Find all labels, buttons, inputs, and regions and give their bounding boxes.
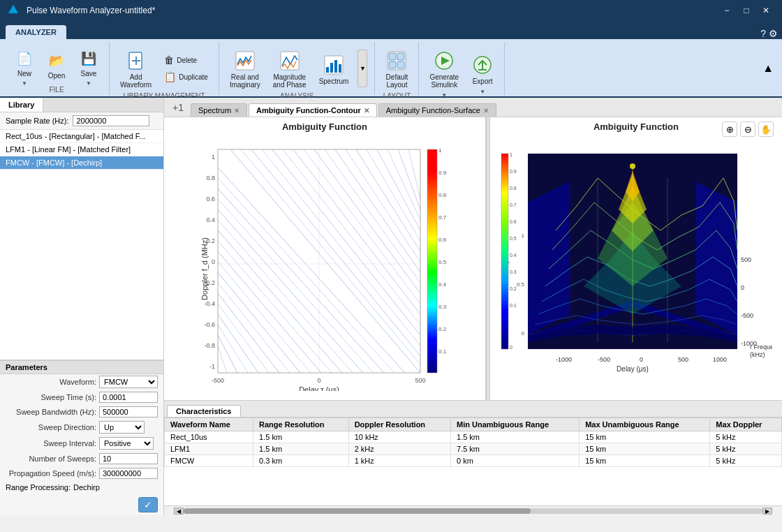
svg-text:0.4: 0.4 <box>510 253 517 258</box>
waveform-item-lfm1[interactable]: LFM1 - [Linear FM] - [Matched Filter] <box>0 143 163 156</box>
real-imaginary-button[interactable]: Real andImaginary <box>225 45 265 92</box>
pan-button[interactable]: ✋ <box>758 121 774 137</box>
prop-speed-input[interactable] <box>99 468 158 479</box>
cell-max-range-1: 15 km <box>580 443 710 455</box>
horizontal-scrollbar[interactable]: ◀ ▶ <box>164 505 782 515</box>
param-waveform: Waveform: FMCW Rectangular Linear FM <box>0 374 163 390</box>
cell-max-range-0: 15 km <box>580 431 710 443</box>
default-layout-button[interactable]: DefaultLayout <box>381 45 413 92</box>
cell-range-res-0: 1.5 km <box>253 431 349 443</box>
save-button[interactable]: 💾 Save <box>74 45 103 81</box>
svg-text:0.9: 0.9 <box>510 169 517 174</box>
close-button[interactable]: ✕ <box>757 3 775 17</box>
sample-rate-input[interactable] <box>73 115 149 126</box>
svg-text:500: 500 <box>678 356 688 363</box>
characteristics-table-container: Waveform Name Range Resolution Doppler R… <box>164 418 782 505</box>
chart-tab-spectrum[interactable]: Spectrum ✕ <box>191 103 247 117</box>
add-waveform-button[interactable]: AddWaveform <box>115 45 156 92</box>
generate-simulink-icon <box>433 48 455 73</box>
apply-button[interactable]: ✓ <box>138 497 158 512</box>
svg-text:0.2: 0.2 <box>438 326 447 332</box>
waveform-item-rect[interactable]: Rect_10us - [Rectangular] - [Matched F..… <box>0 130 163 143</box>
cell-max-doppler-0: 5 kHz <box>710 431 782 443</box>
window-controls: − □ ✕ <box>718 3 775 17</box>
file-buttons: 📄 New ▼ 📂 Open 💾 Save ▼ <box>10 42 103 86</box>
scroll-left-button[interactable]: ◀ <box>174 508 184 515</box>
svg-text:0.6: 0.6 <box>438 237 447 243</box>
sweep-time-input[interactable] <box>99 392 158 403</box>
zoom-in-button[interactable]: ⊕ <box>722 121 737 137</box>
cell-doppler-res-2: 1 kHz <box>348 455 450 467</box>
analysis-more-button[interactable]: ▼ <box>357 50 367 87</box>
maximize-button[interactable]: □ <box>737 3 755 17</box>
settings-icon[interactable]: ⚙ <box>769 28 778 39</box>
range-processing-row: Range Processing: Dechirp <box>0 481 163 494</box>
characteristics-tab[interactable]: Characteristics <box>167 405 241 417</box>
magnitude-phase-button[interactable]: Magnitudeand Phase <box>268 45 311 92</box>
spectrum-button[interactable]: Spectrum <box>314 49 354 89</box>
num-sweeps-input[interactable] <box>99 453 158 464</box>
export-icon <box>471 52 494 77</box>
cell-max-doppler-1: 5 kHz <box>710 443 782 455</box>
export-button[interactable]: Export <box>466 49 499 89</box>
table-row: LFM1 1.5 km 2 kHz 7.5 km 15 km 5 kHz <box>165 443 782 455</box>
scroll-thumb[interactable] <box>184 508 531 514</box>
title-bar: Pulse Waveform Analyzer-untitled* − □ ✕ <box>0 0 782 21</box>
analyzer-tab[interactable]: ANALYZER <box>6 25 66 39</box>
param-sweep-time: Sweep Time (s): <box>0 390 163 405</box>
ambiguity-surface-tab-close-icon[interactable]: ✕ <box>483 107 489 114</box>
minimize-button[interactable]: − <box>718 3 736 17</box>
surface-chart-toolbar: ⊕ ⊖ ✋ <box>716 120 779 138</box>
generate-simulink-button[interactable]: GenerateSimulink <box>425 45 464 92</box>
library-tab[interactable]: Library <box>0 98 43 112</box>
lib-small-buttons: 🗑 Delete 📋 Duplicate <box>159 52 213 84</box>
characteristics-table: Waveform Name Range Resolution Doppler R… <box>164 418 782 467</box>
sweep-interval-select[interactable]: Positive Symmetric <box>99 437 154 450</box>
chart-tab-ambiguity-contour[interactable]: Ambiguity Function-Contour ✕ <box>249 103 377 117</box>
scroll-right-button[interactable]: ▶ <box>762 508 772 515</box>
left-panel: Library Sample Rate (Hz): Rect_10us - [R… <box>0 98 164 515</box>
ribbon-tab-bar: ANALYZER ? ⚙ <box>0 21 782 39</box>
collapse-ribbon-button[interactable]: ▲ <box>762 62 774 75</box>
charts-area: Ambiguity Function Doppler f_d (MHz) 1 0… <box>164 117 782 400</box>
analysis-more: ▼ <box>356 48 369 89</box>
table-row: FMCW 0.3 km 1 kHz 0 km 15 km 5 kHz <box>165 455 782 467</box>
svg-rect-10 <box>339 64 341 73</box>
ribbon-group-file: 📄 New ▼ 📂 Open 💾 Save ▼ <box>4 42 110 95</box>
delete-button[interactable]: 🗑 Delete <box>159 52 213 68</box>
waveform-select[interactable]: FMCW Rectangular Linear FM <box>99 376 158 388</box>
save-icon: 💾 <box>79 49 98 68</box>
open-button[interactable]: 📂 Open <box>42 47 71 83</box>
contour-chart-panel: Ambiguity Function Doppler f_d (MHz) 1 0… <box>164 117 486 400</box>
sweep-dir-select[interactable]: Up Down <box>99 421 145 434</box>
waveform-list: Rect_10us - [Rectangular] - [Matched F..… <box>0 130 163 360</box>
surface-chart-container: Amplitude 1 0.5 0 <box>490 133 782 400</box>
zoom-out-button[interactable]: ⊖ <box>740 121 755 137</box>
window-title: Pulse Waveform Analyzer-untitled* <box>27 6 718 15</box>
chart-tab-ambiguity-surface[interactable]: Ambiguity Function-Surface ✕ <box>378 103 496 117</box>
svg-text:-1000: -1000 <box>556 356 572 363</box>
contour-chart-title: Ambiguity Function <box>164 117 485 133</box>
svg-marker-0 <box>8 5 18 13</box>
col-range-res: Range Resolution <box>253 418 349 431</box>
chart-tab-plus[interactable]: +1 <box>167 100 189 115</box>
svg-marker-95 <box>528 182 570 335</box>
sweep-bw-input[interactable] <box>99 406 158 418</box>
svg-text:0.8: 0.8 <box>510 186 517 191</box>
ambiguity-contour-tab-close-icon[interactable]: ✕ <box>364 107 369 114</box>
scroll-track[interactable] <box>184 508 762 514</box>
duplicate-button[interactable]: 📋 Duplicate <box>159 69 213 84</box>
spectrum-tab-close-icon[interactable]: ✕ <box>234 107 239 114</box>
real-imaginary-icon <box>234 48 256 73</box>
parameters-header[interactable]: Parameters <box>0 361 163 374</box>
waveform-item-fmcw[interactable]: FMCW - [FMCW] - [Dechirp] <box>0 156 163 170</box>
file-group-label: FILE <box>10 86 103 95</box>
svg-text:0: 0 <box>741 284 744 291</box>
left-panel-tabs: Library <box>0 98 163 112</box>
svg-rect-9 <box>334 60 337 73</box>
default-layout-icon <box>385 48 408 73</box>
help-button[interactable]: ? <box>760 28 766 39</box>
svg-text:-500: -500 <box>598 356 610 363</box>
new-button[interactable]: 📄 New <box>10 45 39 81</box>
svg-text:Doppler f_d (MHz): Doppler f_d (MHz) <box>200 237 209 300</box>
